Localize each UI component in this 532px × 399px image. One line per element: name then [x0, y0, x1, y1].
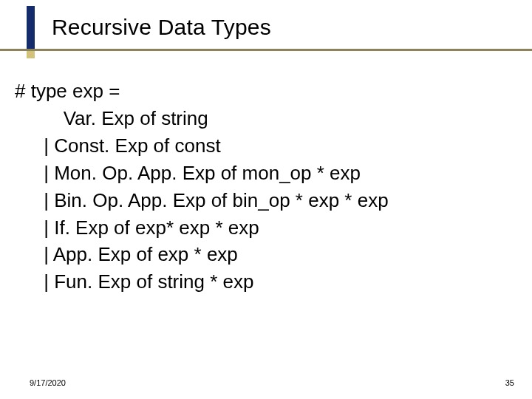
- code-line: | Fun. Exp of string * exp: [15, 268, 510, 296]
- title-area: Recursive Data Types: [52, 15, 502, 40]
- accent-bar: [27, 6, 35, 50]
- code-line: # type exp =: [15, 78, 510, 105]
- code-line: | Mon. Op. App. Exp of mon_op * exp: [15, 160, 510, 187]
- footer-page-number: 35: [505, 378, 514, 387]
- footer-date: 9/17/2020: [30, 378, 66, 387]
- code-line: | App. Exp of exp * exp: [15, 241, 510, 268]
- code-line: | If. Exp of exp* exp * exp: [15, 214, 510, 242]
- code-line: | Const. Exp of const: [15, 132, 510, 160]
- code-line: | Bin. Op. App. Exp of bin_op * exp * ex…: [15, 187, 510, 214]
- code-line: Var. Exp of string: [15, 105, 510, 132]
- code-block: # type exp = Var. Exp of string | Const.…: [15, 78, 510, 296]
- title-underline: [0, 49, 532, 51]
- slide: Recursive Data Types # type exp = Var. E…: [0, 0, 532, 399]
- slide-title: Recursive Data Types: [52, 15, 271, 39]
